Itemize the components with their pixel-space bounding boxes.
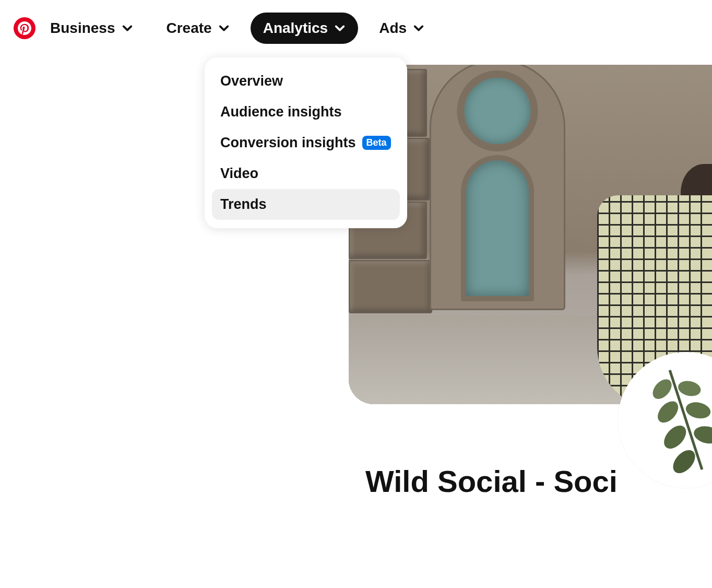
chevron-down-icon [334,22,346,34]
menu-label: Trends [220,196,267,213]
svg-point-3 [684,400,712,420]
profile-title: Wild Social - Soci [365,464,618,499]
nav-ads[interactable]: Ads [366,13,437,44]
svg-point-0 [649,375,675,402]
nav-business[interactable]: Business [44,13,146,44]
menu-label: Overview [220,73,283,89]
nav-label: Business [50,20,115,37]
leaf-icon [623,352,712,488]
chevron-down-icon [218,22,230,34]
chevron-down-icon [413,22,424,34]
chevron-down-icon [122,22,133,34]
menu-label: Conversion insights [220,135,356,151]
svg-point-5 [692,424,712,446]
nav-label: Ads [379,20,407,37]
menu-overview[interactable]: Overview [212,66,400,97]
menu-label: Audience insights [220,104,342,120]
menu-audience-insights[interactable]: Audience insights [212,97,400,127]
menu-conversion-insights[interactable]: Conversion insights Beta [212,127,400,158]
menu-video[interactable]: Video [212,158,400,189]
nav-label: Create [167,20,212,37]
svg-point-1 [677,379,702,398]
svg-point-4 [660,421,691,453]
menu-label: Video [220,166,258,182]
nav-label: Analytics [263,20,328,37]
menu-trends[interactable]: Trends [212,189,400,220]
svg-point-2 [654,397,682,427]
nav-create[interactable]: Create [154,13,242,44]
analytics-dropdown: Overview Audience insights Conversion in… [205,57,407,228]
top-nav: Business Create Analytics Ads [0,0,712,56]
pinterest-logo-icon[interactable] [14,17,35,39]
beta-badge: Beta [362,136,391,150]
nav-analytics[interactable]: Analytics [251,13,359,44]
